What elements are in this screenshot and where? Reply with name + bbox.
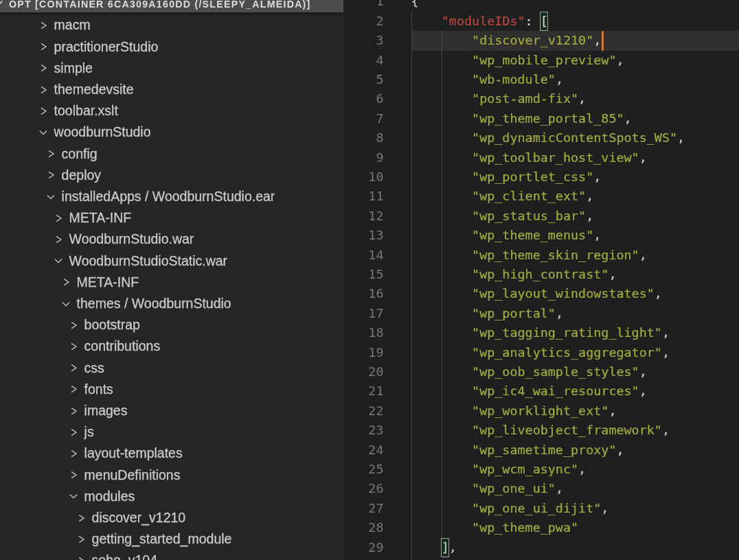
code-line-23[interactable]: "wp_liveobject_framework", xyxy=(411,421,670,440)
chevron-down-icon xyxy=(54,255,63,266)
code-line-27[interactable]: "wp_one_ui_dijit", xyxy=(411,499,609,518)
line-number: 4 xyxy=(344,51,384,70)
chevron-right-icon xyxy=(69,448,78,459)
token-punct: , xyxy=(593,228,601,242)
code-line-24[interactable]: "wp_sametime_proxy", xyxy=(411,441,624,460)
code-line-29[interactable]: ], xyxy=(411,538,457,557)
code-line-22[interactable]: "wp_worklight_ext", xyxy=(411,401,617,421)
line-number: 26 xyxy=(344,479,384,498)
tree-item-deploy[interactable]: deploy xyxy=(0,165,344,186)
code-line-20[interactable]: "wp_oob_sample_styles", xyxy=(411,362,647,382)
line-number: 23 xyxy=(344,421,384,440)
code-line-3[interactable]: "discover_v1210", xyxy=(411,31,602,50)
tree-item-label: modules xyxy=(84,489,135,504)
line-number: 11 xyxy=(344,187,384,206)
tree-item-label: WoodburnStudio.war xyxy=(69,231,194,247)
explorer-section-header[interactable]: OPT [CONTAINER 6CA309A160DD (/SLEEPY_ALM… xyxy=(0,0,343,12)
token-punct xyxy=(411,91,473,106)
token-str: "wp_tagging_rating_light" xyxy=(472,325,662,340)
token-punct xyxy=(411,345,473,360)
code-line-1[interactable]: { xyxy=(411,0,419,12)
token-punct xyxy=(411,286,473,301)
code-line-11[interactable]: "wp_client_ext", xyxy=(411,187,594,206)
chevron-right-icon xyxy=(76,513,86,524)
tree-item-images[interactable]: images xyxy=(0,400,344,421)
explorer-section-title: OPT [CONTAINER 6CA309A160DD (/SLEEPY_ALM… xyxy=(9,0,311,12)
token-punct xyxy=(411,130,473,145)
token-punct: , xyxy=(639,384,647,398)
token-punct xyxy=(411,443,473,457)
token-punct xyxy=(411,520,473,535)
tree-item-label: images xyxy=(84,403,128,419)
tree-item-discover-v1210[interactable]: discover_v1210 xyxy=(0,507,344,528)
token-punct xyxy=(411,462,473,476)
editor-pane[interactable]: 1{2 "moduleIDs": [3 "discover_v1210",4 "… xyxy=(344,0,739,560)
chevron-right-icon xyxy=(69,362,78,373)
tree-item-macm[interactable]: macm xyxy=(0,14,344,36)
tree-item-woodburnstudiostatic-war[interactable]: WoodburnStudioStatic.war xyxy=(0,250,344,272)
token-punct xyxy=(411,170,473,184)
code-line-12[interactable]: "wp_status_bar", xyxy=(411,207,594,226)
code-line-6[interactable]: "post-amd-fix", xyxy=(411,89,587,108)
token-punct xyxy=(411,501,473,515)
tree-item-getting-started-module[interactable]: getting_started_module xyxy=(0,528,344,550)
tree-item-js[interactable]: js xyxy=(0,421,344,443)
code-line-15[interactable]: "wp_high_contrast", xyxy=(411,265,617,284)
line-number: 13 xyxy=(344,226,384,245)
tree-item-toolbar-xslt[interactable]: toolbar.xslt xyxy=(0,100,344,121)
token-punct xyxy=(411,33,473,47)
code-line-2[interactable]: "moduleIDs": [ xyxy=(411,12,548,31)
tree-item-meta-inf[interactable]: META-INF xyxy=(0,272,344,293)
code-line-5[interactable]: "wb-module", xyxy=(411,70,563,89)
tree-item-practitionerstudio[interactable]: practitionerStudio xyxy=(0,36,344,58)
line-number: 22 xyxy=(344,401,384,421)
tree-item-themedevsite[interactable]: themedevsite xyxy=(0,79,344,100)
tree-item-label: js xyxy=(84,424,94,440)
tree-item-woodburnstudio-war[interactable]: WoodburnStudio.war xyxy=(0,229,344,250)
tree-item-simple[interactable]: simple xyxy=(0,58,344,79)
code-line-19[interactable]: "wp_analytics_aggregator", xyxy=(411,343,670,362)
token-str: "wp_layout_windowstates" xyxy=(472,286,655,301)
code-line-4[interactable]: "wp_mobile_preview", xyxy=(411,51,624,70)
token-punct xyxy=(411,150,473,165)
tree-item-themes-woodburnstudio[interactable]: themes / WoodburnStudio xyxy=(0,293,344,314)
token-str: "wp_analytics_aggregator" xyxy=(472,345,662,360)
token-str: "wp_theme_menus" xyxy=(472,228,593,242)
tree-item-installedapps-woodburnstudio-ear[interactable]: installedApps / WoodburnStudio.ear xyxy=(0,186,344,207)
tree-item-contributions[interactable]: contributions xyxy=(0,336,344,357)
code-line-17[interactable]: "wp_portal", xyxy=(411,304,563,323)
code-line-7[interactable]: "wp_theme_portal_85", xyxy=(411,109,632,128)
chevron-right-icon xyxy=(38,84,48,95)
tree-item-modules[interactable]: modules xyxy=(0,486,344,507)
tree-item-menudefinitions[interactable]: menuDefinitions xyxy=(0,465,344,486)
tree-item-label: discover_v1210 xyxy=(92,510,186,526)
tree-item-fonts[interactable]: fonts xyxy=(0,379,344,400)
code-line-21[interactable]: "wp_ic4_wai_resources", xyxy=(411,382,647,401)
tree-item-label: bootstrap xyxy=(84,317,140,333)
token-punct: , xyxy=(655,286,662,301)
code-line-26[interactable]: "wp_one_ui", xyxy=(411,479,563,498)
line-number: 7 xyxy=(344,109,384,128)
code-line-28[interactable]: "wp_theme_pwa" xyxy=(411,518,579,537)
token-str: "wp_portal" xyxy=(472,306,556,320)
tree-item-bootstrap[interactable]: bootstrap xyxy=(0,314,344,336)
tree-item-meta-inf[interactable]: META-INF xyxy=(0,207,344,229)
code-line-9[interactable]: "wp_toolbar_host_view", xyxy=(411,148,647,167)
tree-item-soho-v104[interactable]: soho_v104 xyxy=(0,550,344,560)
code-line-8[interactable]: "wp_dynamicContentSpots_WS", xyxy=(411,128,685,148)
code-line-18[interactable]: "wp_tagging_rating_light", xyxy=(411,323,670,342)
line-number: 3 xyxy=(344,31,384,50)
code-line-13[interactable]: "wp_theme_menus", xyxy=(411,226,602,245)
tree-item-label: themes / WoodburnStudio xyxy=(77,296,231,312)
tree-item-config[interactable]: config xyxy=(0,143,344,165)
code-line-10[interactable]: "wp_portlet_css", xyxy=(411,167,602,187)
tree-item-css[interactable]: css xyxy=(0,358,344,379)
code-line-14[interactable]: "wp_theme_skin_region", xyxy=(411,246,647,265)
code-line-16[interactable]: "wp_layout_windowstates", xyxy=(411,284,662,303)
tree-item-woodburnstudio[interactable]: woodburnStudio xyxy=(0,121,344,143)
code-line-25[interactable]: "wp_wcm_async", xyxy=(411,460,587,479)
chevron-right-icon xyxy=(54,234,63,245)
token-punct xyxy=(411,481,473,495)
tree-item-layout-templates[interactable]: layout-templates xyxy=(0,443,344,464)
line-number: 20 xyxy=(344,362,384,382)
